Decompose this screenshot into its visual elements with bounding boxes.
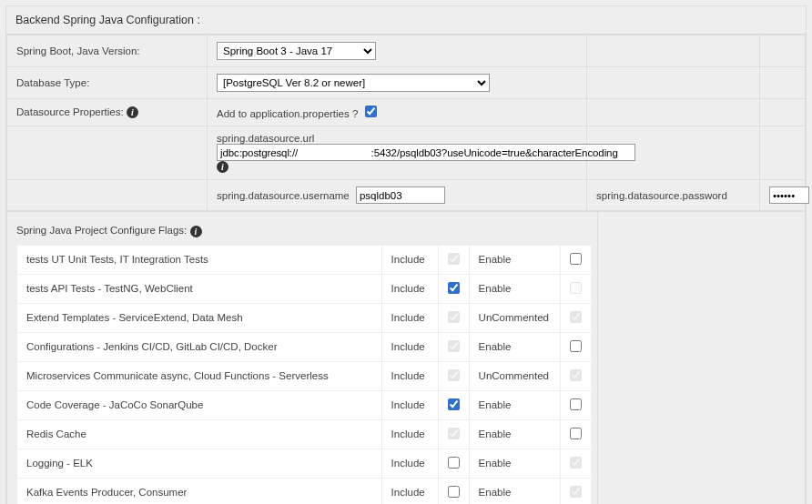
checkbox-include [448,340,460,352]
label-enable: UnCommented [469,361,560,390]
flag-name: tests UT Unit Tests, IT Integration Test… [17,245,382,274]
label-include: Include [381,245,438,274]
label-include: Include [381,361,438,390]
label-include: Include [381,419,438,449]
checkbox-include [448,311,460,323]
input-datasource-url[interactable] [217,144,635,161]
flags-header: Spring Java Project Configure Flags: [16,225,187,236]
flag-name: tests API Tests - TestNG, WebClient [17,274,382,303]
label-enable: UnCommented [469,303,560,332]
info-icon[interactable]: i [217,161,228,173]
checkbox-enable[interactable] [570,398,582,410]
flag-name: Redis Cache [17,419,382,449]
checkbox-enable [570,282,582,294]
checkbox-enable [570,457,582,469]
label-include: Include [381,478,438,504]
flag-name: Kafka Events Producer, Consumer [17,478,382,504]
select-database-type[interactable]: [PostgreSQL Ver 8.2 or newer] [217,74,490,92]
label-enable: Enable [469,332,560,361]
label-add-to-props: Add to application.properties ? [217,108,358,119]
info-icon[interactable]: i [190,226,202,237]
table-row: tests API Tests - TestNG, WebClientInclu… [17,274,592,303]
flags-section: Spring Java Project Configure Flags: i t… [6,211,806,504]
checkbox-add-to-props[interactable] [365,106,377,117]
checkbox-include[interactable] [448,282,460,294]
table-row: Code Coverage - JaCoCo SonarQubeIncludeE… [17,390,592,419]
checkbox-include[interactable] [448,486,460,498]
flag-name: Logging - ELK [17,449,382,478]
table-row: Configurations - Jenkins CI/CD, GitLab C… [17,332,592,361]
table-row: Microservices Communicate async, Cloud F… [17,361,592,390]
label-datasource-password: spring.datasource.password [587,180,760,211]
checkbox-include[interactable] [448,457,460,469]
checkbox-enable[interactable] [570,253,582,265]
checkbox-enable [570,486,582,498]
checkbox-include [448,428,460,439]
label-include: Include [381,303,438,332]
config-panel: Backend Spring Java Configuration : Spri… [5,5,807,504]
table-row: Logging - ELKIncludeEnable [17,449,592,478]
label-database-type: Database Type: [7,67,208,99]
label-include: Include [381,390,438,419]
flag-name: Configurations - Jenkins CI/CD, GitLab C… [17,332,382,361]
checkbox-enable [570,311,582,323]
checkbox-enable [570,369,582,381]
info-icon[interactable]: i [127,106,138,118]
label-java-version: Spring Boot, Java Version: [7,35,208,67]
flag-name: Extend Templates - ServiceExtend, Data M… [17,303,382,332]
table-row: Kafka Events Producer, ConsumerIncludeEn… [17,478,592,504]
label-enable: Enable [469,245,560,274]
checkbox-include [448,369,460,381]
input-datasource-password[interactable] [769,186,809,204]
section-title: Backend Spring Java Configuration : [6,6,806,35]
label-datasource-url: spring.datasource.url [217,133,314,144]
label-include: Include [381,332,438,361]
label-include: Include [381,449,438,478]
checkbox-enable[interactable] [570,428,582,439]
input-datasource-username[interactable] [356,186,445,204]
flag-name: Code Coverage - JaCoCo SonarQube [17,390,382,419]
label-enable: Enable [469,478,560,504]
flags-table: tests UT Unit Tests, IT Integration Test… [16,245,592,504]
config-grid: Spring Boot, Java Version: Spring Boot 3… [6,35,806,211]
flag-name: Microservices Communicate async, Cloud F… [17,361,382,390]
label-datasource-props: Datasource Properties: i [7,99,208,126]
label-include: Include [381,274,438,303]
checkbox-enable[interactable] [570,340,582,352]
table-row: Redis CacheIncludeEnable [17,419,592,449]
table-row: Extend Templates - ServiceExtend, Data M… [17,303,592,332]
label-enable: Enable [469,419,560,449]
label-enable: Enable [469,274,560,303]
checkbox-include [448,253,460,265]
table-row: tests UT Unit Tests, IT Integration Test… [17,245,592,274]
label-enable: Enable [469,449,560,478]
label-datasource-username: spring.datasource.username [217,190,350,201]
checkbox-include[interactable] [448,398,460,410]
select-java-version[interactable]: Spring Boot 3 - Java 17 [217,42,376,60]
label-enable: Enable [469,390,560,419]
